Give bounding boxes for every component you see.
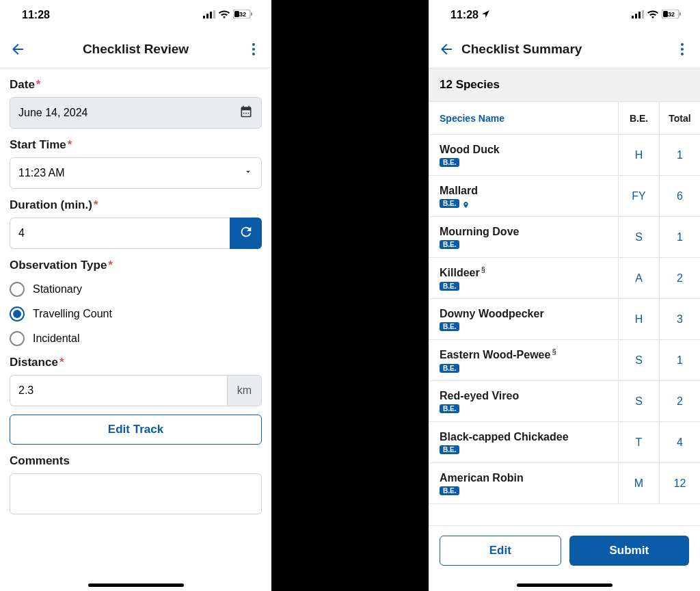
home-indicator[interactable] [517,583,612,587]
be-value: H [618,135,659,175]
be-value: S [618,340,659,380]
date-value: June 14, 2024 [18,107,88,119]
battery-icon: 32 [233,9,252,21]
signal-icon [203,9,215,21]
radio-incidental[interactable]: Incidental [10,331,262,346]
app-bar: Checklist Summary [429,30,700,68]
svg-rect-1 [206,14,208,18]
species-row[interactable]: Red-eyed VireoB.E.S2 [429,381,700,422]
duration-field[interactable]: 4 [10,218,230,249]
species-row[interactable]: Black-capped ChickadeeB.E.T4 [429,422,700,463]
header-species: Species Name [429,113,618,124]
species-row[interactable]: Downy WoodpeckerB.E.H3 [429,299,700,340]
svg-rect-14 [642,10,644,18]
radio-stationary-label: Stationary [33,283,82,296]
svg-rect-18 [679,12,681,16]
svg-point-21 [681,53,684,55]
svg-point-10 [252,53,255,55]
species-name-text: Downy Woodpecker [440,308,544,319]
be-badge: B.E. [440,240,459,249]
status-right: 32 [203,9,252,21]
species-name-text: Wood Duck [440,144,500,155]
signal-icon [632,9,644,21]
be-value: H [618,299,659,339]
header-total: Total [659,102,700,134]
distance-unit[interactable]: km [227,375,262,406]
svg-text:32: 32 [668,11,675,18]
distance-label: Distance* [10,356,262,369]
menu-button[interactable] [674,41,690,57]
be-badge: B.E. [440,158,459,167]
distance-value: 2.3 [18,384,33,397]
submit-button[interactable]: Submit [569,536,690,566]
start-time-field[interactable]: 11:23 AM [10,157,262,189]
header-be: B.E. [618,102,659,134]
be-badge: B.E. [440,404,459,413]
chevron-down-icon [243,167,253,179]
wifi-icon [219,9,230,21]
refresh-duration-button[interactable] [230,218,262,249]
be-badge: B.E. [440,282,459,291]
comments-label: Comments [10,454,262,468]
species-row[interactable]: Wood DuckB.E.H1 [429,135,700,176]
species-row[interactable]: Eastern Wood-Pewee§B.E.S1 [429,340,700,381]
summary-content[interactable]: 12 Species Species Name B.E. Total Wood … [429,68,700,591]
back-button[interactable] [10,41,26,57]
species-name-text: Mallard [440,185,478,196]
radio-unchecked-icon [10,282,25,297]
svg-text:32: 32 [239,11,246,18]
back-button[interactable] [438,41,455,57]
duration-label: Duration (min.)* [10,198,262,212]
svg-rect-5 [234,11,239,17]
svg-rect-2 [210,12,212,18]
table-header: Species Name B.E. Total [429,102,700,135]
distance-field[interactable]: 2.3 [10,375,227,406]
species-name-text: Black-capped Chickadee [440,431,569,443]
total-value: 1 [659,217,700,257]
species-count: 12 Species [429,68,700,102]
svg-rect-13 [638,12,641,18]
species-row[interactable]: Killdeer§B.E.A2 [429,258,700,299]
species-name-text: Red-eyed Vireo [440,390,519,402]
species-row[interactable]: Mourning DoveB.E.S1 [429,217,700,258]
page-title: Checklist Summary [461,42,674,57]
start-time-value: 11:23 AM [18,167,65,179]
radio-unchecked-icon [10,331,25,346]
menu-button[interactable] [245,41,262,57]
calendar-icon [239,105,253,121]
edit-button[interactable]: Edit [440,536,561,566]
date-field[interactable]: June 14, 2024 [10,97,262,129]
species-row[interactable]: American RobinB.E.M12 [429,463,700,504]
radio-travelling[interactable]: Travelling Count [10,306,262,321]
comments-field[interactable] [10,473,262,514]
status-time: 11:28 [450,9,479,21]
wifi-icon [647,9,658,21]
be-value: T [618,422,659,462]
be-badge: B.E. [440,445,459,454]
battery-icon: 32 [662,9,681,21]
total-value: 2 [659,258,700,298]
be-value: A [618,258,659,298]
location-arrow-icon [481,9,490,21]
edit-track-button[interactable]: Edit Track [10,415,262,445]
radio-travelling-label: Travelling Count [33,308,112,320]
radio-stationary[interactable]: Stationary [10,282,262,297]
obs-label: Observation Type* [10,259,262,272]
svg-rect-12 [635,14,637,18]
svg-rect-3 [213,10,215,18]
species-superscript: § [481,265,485,274]
svg-rect-16 [663,11,668,17]
status-bar: 11:28 32 [429,0,700,30]
total-value: 6 [659,176,700,216]
home-indicator[interactable] [88,583,184,587]
be-value: M [618,463,659,503]
be-value: FY [618,176,659,216]
be-value: S [618,381,659,421]
species-name-text: Eastern Wood-Pewee [440,350,550,361]
total-value: 1 [659,135,700,175]
app-bar: Checklist Review [0,30,271,68]
form-content[interactable]: Date* June 14, 2024 Start Time* 11:23 AM… [0,68,271,591]
status-bar: 11:28 32 [0,0,271,30]
species-row[interactable]: MallardB.E.FY6 [429,176,700,217]
be-value: S [618,217,659,257]
